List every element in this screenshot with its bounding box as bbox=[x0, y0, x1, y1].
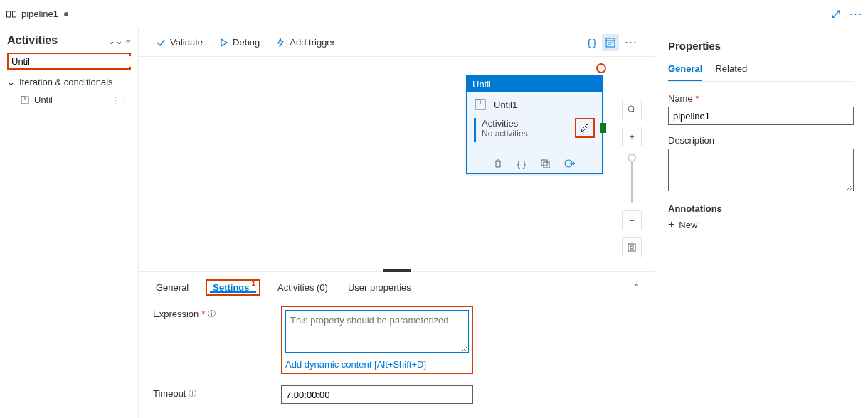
timeout-label: Timeout bbox=[153, 388, 186, 399]
expression-label: Expression bbox=[153, 309, 199, 319]
node-type-label: Until bbox=[467, 76, 602, 92]
pipeline-icon bbox=[6, 9, 17, 20]
node-activities-label: Activities bbox=[482, 118, 575, 129]
expand-icon[interactable] bbox=[831, 9, 841, 19]
plus-icon: + bbox=[668, 218, 674, 231]
tab-activities[interactable]: Activities (0) bbox=[275, 272, 331, 303]
validate-label: Validate bbox=[170, 37, 203, 48]
svg-rect-1 bbox=[13, 11, 16, 17]
clone-icon[interactable] bbox=[540, 159, 550, 168]
check-icon bbox=[156, 38, 166, 48]
tab-settings[interactable]: Settings 1 bbox=[210, 282, 256, 293]
pipeline-tab[interactable]: pipeline1 bbox=[6, 9, 58, 20]
properties-tab-related[interactable]: Related bbox=[715, 63, 747, 81]
grip-icon: ⋮⋮ bbox=[111, 95, 129, 105]
properties-tab-general[interactable]: General bbox=[668, 63, 702, 81]
until-node-icon bbox=[474, 98, 487, 111]
svg-rect-10 bbox=[628, 244, 635, 251]
fit-icon bbox=[627, 242, 637, 252]
timeout-input[interactable] bbox=[281, 385, 473, 404]
tab-user-properties-label: User properties bbox=[348, 282, 411, 293]
tab-settings-label: Settings bbox=[213, 282, 249, 293]
debug-button[interactable]: Debug bbox=[218, 37, 260, 48]
until-icon bbox=[20, 95, 30, 105]
chevron-down-icon: ⌄ bbox=[7, 77, 15, 87]
navigate-icon[interactable] bbox=[564, 159, 576, 168]
trigger-icon bbox=[275, 38, 285, 48]
new-annotation-button[interactable]: + New bbox=[668, 218, 854, 231]
svg-rect-0 bbox=[7, 11, 11, 17]
annotations-label: Annotations bbox=[668, 203, 854, 214]
code-view-icon[interactable]: { } bbox=[588, 37, 596, 48]
fit-screen-button[interactable] bbox=[622, 237, 642, 257]
add-trigger-button[interactable]: Add trigger bbox=[275, 37, 335, 48]
zoom-knob[interactable] bbox=[628, 154, 636, 162]
name-label: Name bbox=[668, 93, 693, 104]
zoom-in-button[interactable]: + bbox=[622, 127, 642, 146]
pipeline-name-input[interactable] bbox=[668, 107, 854, 125]
tab-activities-label: Activities (0) bbox=[277, 282, 328, 293]
zoom-out-button[interactable]: − bbox=[622, 210, 642, 230]
node-activities-sub: No activities bbox=[482, 129, 575, 139]
required-marker: * bbox=[695, 93, 699, 104]
properties-icon bbox=[605, 37, 616, 48]
accent-bar bbox=[474, 118, 476, 142]
activity-item-until[interactable]: Until ⋮⋮ bbox=[7, 92, 131, 108]
info-icon[interactable]: ⓘ bbox=[189, 388, 196, 399]
unsaved-indicator-icon bbox=[64, 12, 68, 16]
node-name: Until1 bbox=[494, 100, 517, 110]
validate-button[interactable]: Validate bbox=[156, 37, 203, 48]
search-icon bbox=[627, 104, 637, 114]
collapse-panel-icon[interactable]: « bbox=[126, 36, 131, 46]
activity-category[interactable]: ⌄ Iteration & conditionals bbox=[7, 77, 131, 87]
activity-category-label: Iteration & conditionals bbox=[19, 77, 113, 87]
description-label: Description bbox=[668, 135, 854, 146]
add-dynamic-content-link[interactable]: Add dynamic content [Alt+Shift+D] bbox=[285, 359, 426, 370]
play-icon bbox=[218, 38, 228, 48]
tab-general[interactable]: General bbox=[153, 272, 191, 303]
pencil-icon bbox=[580, 123, 590, 133]
expression-input[interactable] bbox=[285, 310, 469, 353]
collapse-all-icon[interactable]: ⌄⌄ bbox=[107, 36, 123, 46]
output-port[interactable] bbox=[600, 123, 606, 133]
svg-rect-6 bbox=[541, 160, 547, 166]
validation-error-icon bbox=[596, 63, 606, 73]
settings-error-count: 1 bbox=[252, 279, 256, 287]
svg-rect-7 bbox=[544, 162, 549, 168]
new-annotation-label: New bbox=[679, 220, 697, 230]
until-node[interactable]: Until Until1 Activities No activities bbox=[466, 75, 603, 174]
edit-activities-button[interactable] bbox=[575, 118, 595, 138]
more-icon[interactable]: ··· bbox=[850, 6, 862, 21]
svg-rect-11 bbox=[630, 246, 633, 249]
svg-point-9 bbox=[628, 106, 634, 112]
more-menu-icon[interactable]: ··· bbox=[625, 35, 637, 50]
collapse-panel-icon[interactable]: ⌃ bbox=[633, 282, 640, 293]
delete-icon[interactable] bbox=[493, 159, 503, 168]
description-input[interactable] bbox=[668, 149, 854, 191]
canvas-search-button[interactable] bbox=[622, 100, 642, 119]
activities-panel-title: Activities bbox=[7, 34, 58, 47]
activity-search[interactable] bbox=[7, 53, 131, 70]
required-marker: * bbox=[201, 309, 205, 319]
properties-title: Properties bbox=[668, 40, 854, 52]
info-icon[interactable]: ⓘ bbox=[208, 309, 216, 319]
debug-label: Debug bbox=[233, 37, 260, 48]
tab-general-label: General bbox=[156, 282, 189, 293]
tab-user-properties[interactable]: User properties bbox=[345, 272, 414, 303]
zoom-slider[interactable] bbox=[631, 154, 633, 203]
activity-item-label: Until bbox=[34, 95, 53, 105]
pipeline-tab-label: pipeline1 bbox=[21, 9, 58, 19]
properties-toggle-button[interactable] bbox=[602, 34, 619, 51]
add-trigger-label: Add trigger bbox=[290, 37, 335, 48]
activity-search-input[interactable] bbox=[11, 56, 131, 67]
braces-icon[interactable]: { } bbox=[517, 159, 526, 169]
